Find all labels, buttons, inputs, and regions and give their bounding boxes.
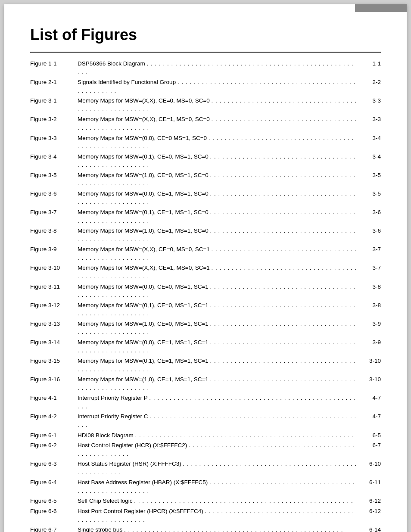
figure-title: Signals Identified by Functional Group .…: [78, 77, 357, 96]
list-item: Figure 4-2Interrupt Priority Register C …: [30, 411, 381, 430]
figure-page: 3-7: [357, 263, 381, 281]
figure-number: Figure 3-11: [30, 282, 78, 300]
figure-number: Figure 3-5: [30, 170, 78, 189]
figure-number: Figure 3-7: [30, 207, 78, 226]
figure-number: Figure 2-1: [30, 77, 78, 96]
list-item: Figure 3-10Memory Maps for MSW=(X,X), CE…: [30, 263, 381, 281]
list-item: Figure 3-2Memory Maps for MSW=(X,X), CE=…: [30, 114, 381, 133]
figure-number: Figure 3-9: [30, 244, 78, 263]
figure-number: Figure 6-1: [30, 430, 78, 441]
dot-leader: . . . . . . . . . . . . . . . . . . . . …: [135, 432, 354, 439]
figure-title: Memory Maps for MSW=(0,0), CE=0 MS=1, SC…: [78, 133, 357, 152]
list-item: Figure 3-9Memory Maps for MSW=(X,X), CE=…: [30, 244, 381, 263]
figure-number: Figure 3-4: [30, 152, 78, 170]
figure-number: Figure 4-1: [30, 393, 78, 411]
figure-title: Memory Maps for MSW=(1,0), CE=1, MS=1, S…: [78, 226, 357, 244]
list-item: Figure 3-4Memory Maps for MSW=(0,1), CE=…: [30, 152, 381, 170]
figure-number: Figure 3-1: [30, 96, 78, 114]
dot-leader: . . . . . . . . . . . . . . . . . . . . …: [134, 498, 353, 504]
figure-title: Memory Maps for MSW=(X,X), CE=1, MS=0, S…: [78, 114, 357, 133]
figure-number: Figure 6-4: [30, 477, 78, 496]
figure-page: 3-4: [357, 133, 381, 152]
page: List of Figures Figure 1-1DSP56366 Block…: [4, 4, 407, 532]
list-item: Figure 2-1Signals Identified by Function…: [30, 77, 381, 96]
figure-page: 6-7: [357, 440, 381, 459]
figure-page: 3-3: [357, 114, 381, 133]
figure-title: Memory Maps for MSW=(0,1), CE=0, MS=1, S…: [78, 300, 357, 319]
figure-page: 3-5: [357, 170, 381, 189]
figure-title: Host Base Address Register (HBAR) (X:$FF…: [78, 477, 357, 496]
figure-title: Memory Maps for MSW=(0,1), CE=1, MS=1, S…: [78, 356, 357, 374]
figure-page: 3-3: [357, 96, 381, 114]
list-item: Figure 3-11Memory Maps for MSW=(0,0), CE…: [30, 282, 381, 300]
figure-number: Figure 1-1: [30, 59, 78, 77]
list-item: Figure 6-1HDI08 Block Diagram . . . . . …: [30, 430, 381, 441]
figure-page: 3-8: [357, 300, 381, 319]
figure-number: Figure 3-12: [30, 300, 78, 319]
figure-title: Memory Maps for MSW=(1,0), CE=1, MS=1, S…: [78, 374, 357, 393]
figure-number: Figure 3-14: [30, 337, 78, 356]
figure-number: Figure 3-16: [30, 374, 78, 393]
figure-title: Memory Maps for MSW=(1,0), CE=0, MS=1, S…: [78, 170, 357, 189]
list-item: Figure 6-6Host Port Control Register (HP…: [30, 506, 381, 525]
top-bar-decoration: [355, 4, 407, 12]
figure-title: Interrupt Priority Register C . . . . . …: [78, 411, 357, 430]
figure-number: Figure 6-7: [30, 525, 78, 532]
figure-title: Memory Maps for MSW=(0,0), CE=1, MS=1, S…: [78, 337, 357, 356]
figure-title: Self Chip Select logic . . . . . . . . .…: [78, 496, 357, 506]
figure-title: Host Status Register (HSR) (X:FFFFC3) . …: [78, 459, 357, 477]
figure-page: 3-5: [357, 189, 381, 207]
figure-page: 3-6: [357, 207, 381, 226]
figure-number: Figure 6-3: [30, 459, 78, 477]
figure-page: 3-10: [357, 356, 381, 374]
figure-title: Memory Maps for MSW=(0,1), CE=1, MS=1, S…: [78, 207, 357, 226]
figure-title: Host Control Register (HCR) (X:$FFFFC2) …: [78, 440, 357, 459]
figures-table: Figure 1-1DSP56366 Block Diagram . . . .…: [30, 59, 381, 532]
list-item: Figure 6-2Host Control Register (HCR) (X…: [30, 440, 381, 459]
figure-number: Figure 3-8: [30, 226, 78, 244]
figure-page: 3-6: [357, 226, 381, 244]
figure-title: HDI08 Block Diagram . . . . . . . . . . …: [78, 430, 357, 441]
figure-title: Memory Maps for MSW=(0,0), CE=1, MS=1, S…: [78, 189, 357, 207]
figure-title: Memory Maps for MSW=(0,1), CE=0, MS=1, S…: [78, 152, 357, 170]
figure-number: Figure 3-13: [30, 319, 78, 337]
figure-page: 6-14: [357, 525, 381, 532]
figure-number: Figure 3-3: [30, 133, 78, 152]
list-item: Figure 3-6Memory Maps for MSW=(0,0), CE=…: [30, 189, 381, 207]
list-item: Figure 3-3Memory Maps for MSW=(0,0), CE=…: [30, 133, 381, 152]
figure-page: 3-8: [357, 282, 381, 300]
list-item: Figure 3-16Memory Maps for MSW=(1,0), CE…: [30, 374, 381, 393]
figure-page: 3-4: [357, 152, 381, 170]
figure-title: Single strobe bus . . . . . . . . . . . …: [78, 525, 357, 532]
figure-number: Figure 3-6: [30, 189, 78, 207]
figure-title: Interrupt Priority Register P . . . . . …: [78, 393, 357, 411]
list-item: Figure 3-7Memory Maps for MSW=(0,1), CE=…: [30, 207, 381, 226]
figure-page: 3-9: [357, 337, 381, 356]
figure-title: Memory Maps for MSW=(1,0), CE=0, MS=1, S…: [78, 319, 357, 337]
dot-leader: . . . . . . . . . . . . . . . . . . . . …: [124, 526, 343, 532]
figure-page: 1-1: [357, 59, 381, 77]
figure-title: Memory Maps for MSW=(0,0), CE=0, MS=1, S…: [78, 282, 357, 300]
list-item: Figure 3-8Memory Maps for MSW=(1,0), CE=…: [30, 226, 381, 244]
list-item: Figure 3-13Memory Maps for MSW=(1,0), CE…: [30, 319, 381, 337]
list-item: Figure 3-12Memory Maps for MSW=(0,1), CE…: [30, 300, 381, 319]
figure-number: Figure 4-2: [30, 411, 78, 430]
list-item: Figure 6-3Host Status Register (HSR) (X:…: [30, 459, 381, 477]
figure-page: 3-10: [357, 374, 381, 393]
list-item: Figure 3-1Memory Maps for MSW=(X,X), CE=…: [30, 96, 381, 114]
list-item: Figure 3-5Memory Maps for MSW=(1,0), CE=…: [30, 170, 381, 189]
figure-number: Figure 6-6: [30, 506, 78, 525]
figure-title: Host Port Control Register (HPCR) (X:$FF…: [78, 506, 357, 525]
list-item: Figure 3-14Memory Maps for MSW=(0,0), CE…: [30, 337, 381, 356]
figure-number: Figure 3-2: [30, 114, 78, 133]
figure-page: 6-12: [357, 496, 381, 506]
list-item: Figure 6-4Host Base Address Register (HB…: [30, 477, 381, 496]
figure-page: 4-7: [357, 411, 381, 430]
list-item: Figure 4-1Interrupt Priority Register P …: [30, 393, 381, 411]
figure-title: DSP56366 Block Diagram . . . . . . . . .…: [78, 59, 357, 77]
list-item: Figure 3-15Memory Maps for MSW=(0,1), CE…: [30, 356, 381, 374]
page-title: List of Figures: [30, 26, 381, 44]
figure-page: 6-11: [357, 477, 381, 496]
figure-page: 6-5: [357, 430, 381, 441]
list-item: Figure 6-7Single strobe bus . . . . . . …: [30, 525, 381, 532]
